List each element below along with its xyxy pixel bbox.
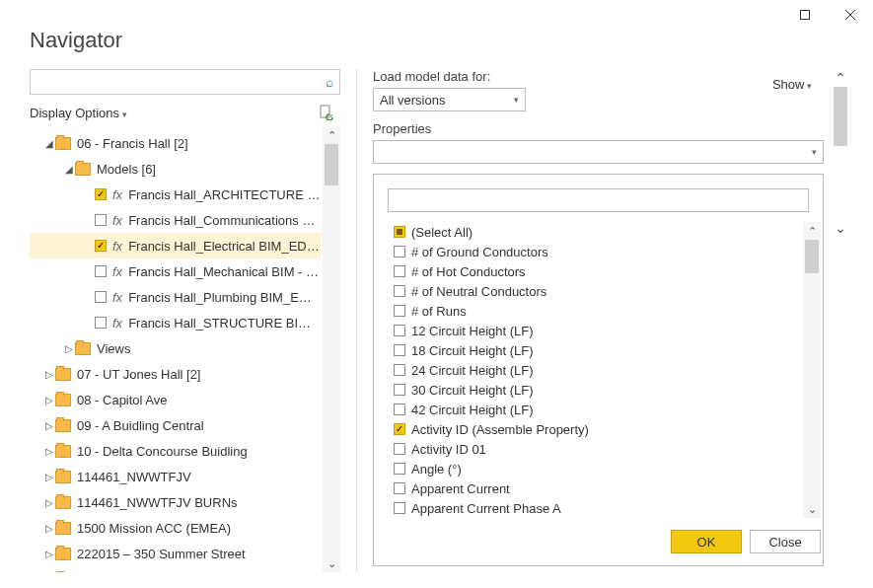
checkbox[interactable] <box>394 404 405 415</box>
checkbox[interactable] <box>95 265 107 277</box>
tree-folder[interactable]: ▷371800 <box>30 566 321 572</box>
properties-list[interactable]: (Select All)# of Ground Conductors# of H… <box>388 222 801 518</box>
tree-item-label: Francis Hall_Electrical BIM_EDDIE <box>128 239 321 254</box>
checkbox[interactable] <box>95 317 107 329</box>
scroll-up-icon[interactable]: ⌃ <box>323 126 340 144</box>
scroll-up-icon[interactable]: ⌃ <box>832 69 849 87</box>
folder-icon <box>55 496 71 509</box>
collapse-icon[interactable]: ◢ <box>63 164 75 175</box>
property-item[interactable]: # of Neutral Conductors <box>388 281 801 301</box>
properties-filter[interactable] <box>388 188 809 212</box>
tree-folder[interactable]: ▷114461_NWWTFJV BURNs <box>30 489 321 515</box>
checkbox[interactable] <box>394 482 405 494</box>
checkbox[interactable] <box>394 305 405 317</box>
tree-scrollbar[interactable]: ⌃ ⌄ <box>323 126 340 572</box>
checkbox[interactable] <box>394 265 405 277</box>
scroll-thumb[interactable] <box>834 87 847 146</box>
search-icon[interactable]: ⌕ <box>326 74 333 90</box>
checkbox[interactable] <box>394 463 405 475</box>
property-item[interactable]: 30 Circuit Height (LF) <box>388 380 801 400</box>
tree-model-item[interactable]: fxFrancis Hall_STRUCTURE BIM_ EDDIE <box>30 310 321 335</box>
tree-model-item[interactable]: fxFrancis Hall_Electrical BIM_EDDIE <box>30 233 321 258</box>
refresh-icon[interactable] <box>319 105 334 120</box>
expand-icon[interactable]: ▷ <box>43 395 55 405</box>
property-item[interactable]: (Select All) <box>388 222 801 242</box>
tree-folder[interactable]: ▷114461_NWWTFJV <box>30 464 321 489</box>
checkbox[interactable] <box>394 502 405 514</box>
checkbox[interactable] <box>95 188 107 200</box>
tree-folder[interactable]: ▷1500 Mission ACC (EMEA) <box>30 515 321 541</box>
property-item[interactable]: 24 Circuit Height (LF) <box>388 360 801 380</box>
property-label: Activity ID (Assemble Property) <box>411 422 589 437</box>
expand-icon[interactable]: ▷ <box>43 369 55 380</box>
checkbox[interactable] <box>394 364 405 376</box>
close-button[interactable] <box>828 0 873 30</box>
properties-filter-input[interactable] <box>389 189 808 211</box>
load-model-combo[interactable]: All versions <box>373 88 526 111</box>
checkbox[interactable] <box>394 285 405 297</box>
show-dropdown[interactable]: Show <box>772 77 812 92</box>
search-input[interactable] <box>36 71 326 93</box>
expand-icon[interactable]: ▷ <box>63 343 75 354</box>
tree-item-label: Francis Hall_STRUCTURE BIM_ EDDIE <box>128 316 321 331</box>
tree-folder[interactable]: ▷Views <box>30 335 321 361</box>
property-item[interactable]: Angle (°) <box>388 459 801 478</box>
properties-box: (Select All)# of Ground Conductors# of H… <box>373 174 824 566</box>
expand-icon[interactable]: ▷ <box>43 497 55 508</box>
tree-folder[interactable]: ▷09 - A Buidling Central <box>30 412 321 438</box>
checkbox[interactable] <box>95 291 107 303</box>
display-options-dropdown[interactable]: Display Options <box>30 106 127 120</box>
collapse-icon[interactable]: ◢ <box>43 138 55 149</box>
property-item[interactable]: # of Hot Conductors <box>388 261 801 281</box>
expand-icon[interactable]: ▷ <box>43 446 55 457</box>
tree-folder[interactable]: ◢06 - Francis Hall [2] <box>30 130 321 156</box>
close-inner-button[interactable]: Close <box>750 530 821 553</box>
properties-scrollbar[interactable]: ⌃ ⌄ <box>803 222 821 518</box>
scroll-thumb[interactable] <box>325 144 338 185</box>
property-item[interactable]: Activity ID 01 <box>388 439 801 459</box>
property-item[interactable]: # of Runs <box>388 301 801 321</box>
properties-combo[interactable] <box>373 140 824 164</box>
tree-model-item[interactable]: fxFrancis Hall_Plumbing BIM_EDDIE <box>30 284 321 310</box>
expand-icon[interactable]: ▷ <box>43 549 55 559</box>
scroll-down-icon[interactable]: ⌄ <box>323 554 340 572</box>
property-item[interactable]: 42 Circuit Height (LF) <box>388 400 801 419</box>
expand-icon[interactable]: ▷ <box>43 420 55 431</box>
scroll-thumb[interactable] <box>805 240 819 273</box>
navigation-tree[interactable]: ◢06 - Francis Hall [2]◢Models [6]fxFranc… <box>30 126 321 572</box>
scroll-down-icon[interactable]: ⌄ <box>832 219 849 237</box>
checkbox[interactable] <box>394 226 405 238</box>
tree-folder[interactable]: ▷08 - Capitol Ave <box>30 387 321 412</box>
page-title: Navigator <box>0 0 873 69</box>
checkbox[interactable] <box>394 443 405 455</box>
tree-model-item[interactable]: fxFrancis Hall_ARCHITECTURE BIM_20... <box>30 182 321 207</box>
property-item[interactable]: Apparent Current <box>388 478 801 498</box>
tree-folder[interactable]: ▷10 - Delta Concourse Buidling <box>30 438 321 464</box>
search-input-container[interactable]: ⌕ <box>30 69 340 95</box>
property-item[interactable]: 12 Circuit Height (LF) <box>388 321 801 340</box>
tree-model-item[interactable]: fxFrancis Hall_Communications BIM_E... <box>30 207 321 233</box>
ok-button[interactable]: OK <box>671 530 742 553</box>
checkbox[interactable] <box>394 344 405 356</box>
checkbox[interactable] <box>95 214 107 226</box>
tree-folder[interactable]: ◢Models [6] <box>30 156 321 182</box>
property-item[interactable]: Activity ID (Assemble Property) <box>388 419 801 439</box>
checkbox[interactable] <box>394 246 405 257</box>
maximize-button[interactable] <box>782 0 828 30</box>
tree-model-item[interactable]: fxFrancis Hall_Mechanical BIM - SCHE... <box>30 258 321 284</box>
scroll-up-icon[interactable]: ⌃ <box>803 222 821 240</box>
checkbox[interactable] <box>394 384 405 396</box>
property-item[interactable]: # of Ground Conductors <box>388 242 801 261</box>
expand-icon[interactable]: ▷ <box>43 472 55 482</box>
scroll-down-icon[interactable]: ⌄ <box>803 500 821 518</box>
expand-icon[interactable]: ▷ <box>43 523 55 534</box>
tree-folder[interactable]: ▷222015 – 350 Summer Street <box>30 541 321 566</box>
checkbox[interactable] <box>394 325 405 336</box>
folder-icon <box>55 445 71 458</box>
checkbox[interactable] <box>394 423 405 435</box>
property-item[interactable]: 18 Circuit Height (LF) <box>388 340 801 360</box>
checkbox[interactable] <box>95 240 107 252</box>
right-scrollbar[interactable]: ⌃ ⌄ <box>832 69 849 237</box>
property-item[interactable]: Apparent Current Phase A <box>388 498 801 518</box>
tree-folder[interactable]: ▷07 - UT Jones Hall [2] <box>30 361 321 387</box>
